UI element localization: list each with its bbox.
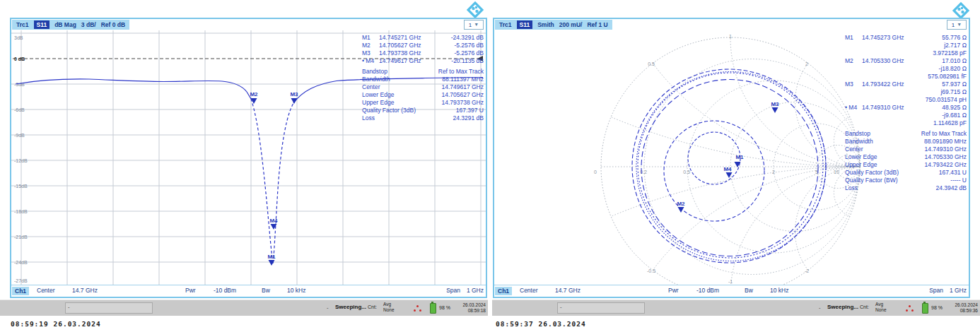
marker-readout: M114.745271 GHz-24.3291 dB bbox=[362, 34, 484, 42]
bandstop-row: Lower Edge14.705330 GHz bbox=[845, 153, 967, 161]
marker-label-m2: M2 bbox=[677, 201, 685, 207]
status-message-box bbox=[557, 302, 645, 314]
trace-header-bar: Trc1 S11 Smith 200 mU/ Ref 1 U 1 ▼ bbox=[494, 19, 969, 30]
marker-label-m3: M3 bbox=[290, 91, 298, 97]
bandstop-value: 14.793738 GHz bbox=[394, 99, 484, 107]
y-tick: -18dB bbox=[14, 209, 28, 214]
trace-format[interactable]: Smith bbox=[537, 21, 554, 28]
status-dash: - bbox=[327, 304, 329, 311]
bandstop-row: Bandwidth88.091890 MHz bbox=[845, 138, 967, 146]
y-tick: -12dB bbox=[14, 158, 28, 163]
channel-chip[interactable]: Ch1 bbox=[495, 287, 512, 295]
bandstop-label: Upper Edge bbox=[845, 161, 877, 169]
channel-chip[interactable]: Ch1 bbox=[12, 287, 29, 295]
trace-scale[interactable]: 3 dB/ bbox=[81, 21, 96, 28]
bandstop-row: Upper Edge14.793422 GHz bbox=[845, 161, 967, 169]
bandstop-value: 14.705330 GHz bbox=[877, 153, 967, 161]
trace-properties[interactable]: Trc1 S11 dB Mag 3 dB/ Ref 0 dB bbox=[12, 20, 129, 30]
battery-percent: 98 % bbox=[931, 305, 943, 310]
bandstop-label: Lower Edge bbox=[845, 153, 877, 161]
chevron-down-icon: ▼ bbox=[957, 23, 962, 27]
bandwidth-label[interactable]: Bw bbox=[262, 287, 270, 294]
marker-readout-active: • M414.749617 GHz-20.1135 dB bbox=[362, 57, 484, 65]
db-mag-diagram: 3dB 0 dB -3dB -6dB -9dB -12dB -15dB -18d… bbox=[11, 30, 486, 285]
measurement-chip[interactable]: S11 bbox=[34, 20, 50, 29]
marker-readout: M114.745273 GHz55.776 Ω bbox=[845, 34, 967, 42]
bandwidth-label[interactable]: Bw bbox=[745, 287, 753, 294]
battery-icon bbox=[430, 303, 436, 314]
span-label[interactable]: Span bbox=[929, 287, 943, 294]
sweep-state: Sweeping... bbox=[827, 304, 858, 310]
bandstop-row: BandstopRef to Max Track bbox=[362, 68, 484, 76]
smith-label: -2 bbox=[805, 268, 809, 273]
marker-name: M3 bbox=[845, 81, 862, 88]
marker-value: 3.972158 pF bbox=[845, 49, 967, 57]
y-tick: -24dB bbox=[14, 260, 28, 265]
marker-m3[interactable] bbox=[291, 98, 298, 104]
trace-selector-dropdown[interactable]: 1 ▼ bbox=[947, 20, 967, 30]
marker-freq: 14.793738 GHz bbox=[379, 49, 438, 57]
status-bar: - - Sweeping... Cnt: Avg None 98 % 26.03… bbox=[492, 300, 980, 316]
trace-scale[interactable]: 200 mU/ bbox=[559, 21, 583, 28]
y-tick-ref: 0 dB bbox=[14, 57, 25, 61]
bandstop-row: Loss24.3942 dB bbox=[845, 184, 967, 192]
marker-value: 1.114628 pF bbox=[845, 119, 967, 127]
power-value[interactable]: -10 dBm bbox=[214, 287, 236, 294]
smith-label: 2 bbox=[772, 170, 775, 174]
marker-label-m1: M1 bbox=[267, 254, 276, 260]
smith-label: 0 bbox=[594, 170, 597, 174]
trace-header-bar: Trc1 S11 dB Mag 3 dB/ Ref 0 dB 1 ▼ bbox=[11, 19, 486, 30]
marker-m3[interactable] bbox=[772, 107, 778, 113]
smith-label: 0.5 bbox=[648, 61, 655, 66]
smith-label: 2 bbox=[805, 61, 808, 66]
bandstop-label: Lower Edge bbox=[362, 91, 394, 99]
trace-properties[interactable]: Trc1 S11 Smith 200 mU/ Ref 1 U bbox=[495, 20, 612, 30]
smith-label: 0.5 bbox=[683, 170, 690, 174]
center-freq-label[interactable]: Center bbox=[37, 287, 55, 294]
marker-value: -24.3291 dB bbox=[438, 34, 484, 42]
window-s11-smith: Trc1 S11 Smith 200 mU/ Ref 1 U 1 ▼ bbox=[493, 18, 970, 298]
span-value[interactable]: 1 GHz bbox=[467, 287, 484, 294]
marker-name: • M4 bbox=[845, 104, 862, 112]
marker-m2[interactable] bbox=[678, 207, 684, 213]
power-label[interactable]: Pwr bbox=[668, 287, 679, 294]
bandstop-value: 167.397 U bbox=[416, 107, 484, 114]
bandwidth-value[interactable]: 10 kHz bbox=[287, 287, 305, 294]
center-freq-value[interactable]: 14.7 GHz bbox=[72, 287, 98, 294]
trace-label: Trc1 bbox=[499, 21, 512, 28]
bandstop-label: Bandwidth bbox=[362, 76, 390, 83]
window-s11-db-mag: Trc1 S11 dB Mag 3 dB/ Ref 0 dB 1 ▼ bbox=[10, 18, 487, 298]
span-label[interactable]: Span bbox=[446, 287, 460, 294]
bandstop-label: Quality Factor (3dB) bbox=[362, 107, 416, 114]
y-tick: -27dB bbox=[14, 278, 28, 283]
marker-freq: 14.745271 GHz bbox=[379, 34, 438, 42]
bandwidth-value[interactable]: 10 kHz bbox=[770, 287, 788, 294]
center-freq-label[interactable]: Center bbox=[520, 287, 538, 294]
trace-ref[interactable]: Ref 1 U bbox=[587, 21, 607, 28]
bandstop-row: Center14.749310 GHz bbox=[845, 146, 967, 153]
bandstop-label: Center bbox=[845, 146, 863, 153]
trace-selector-dropdown[interactable]: 1 ▼ bbox=[464, 20, 484, 30]
status-bar: - - Sweeping... Cnt: Avg None 98 % 26.03… bbox=[0, 300, 488, 316]
calibration-icon bbox=[414, 305, 422, 312]
count-label: Cnt: bbox=[368, 304, 377, 309]
trace-format[interactable]: dB Mag bbox=[54, 21, 76, 28]
marker-value: -5.2576 dB bbox=[438, 49, 484, 57]
marker-freq: 14.745273 GHz bbox=[862, 34, 921, 42]
measurement-chip[interactable]: S11 bbox=[517, 20, 533, 29]
power-label[interactable]: Pwr bbox=[185, 287, 196, 294]
trace-ref[interactable]: Ref 0 dB bbox=[101, 21, 125, 28]
y-tick: -6dB bbox=[14, 107, 25, 112]
y-tick: -15dB bbox=[14, 184, 28, 189]
power-value[interactable]: -10 dBm bbox=[696, 287, 719, 294]
avg-value: None bbox=[383, 307, 395, 312]
marker-value: -5.2576 dB bbox=[438, 42, 484, 49]
marker-freq: 14.705627 GHz bbox=[379, 42, 438, 49]
status-dash: - bbox=[68, 304, 70, 310]
count-label: Cnt: bbox=[860, 304, 869, 309]
span-value[interactable]: 1 GHz bbox=[950, 287, 967, 294]
center-freq-value[interactable]: 14.7 GHz bbox=[555, 287, 581, 294]
average-state: Avg None bbox=[383, 302, 395, 313]
sweep-state: Sweeping... bbox=[335, 304, 366, 310]
marker-m1[interactable] bbox=[269, 260, 275, 266]
